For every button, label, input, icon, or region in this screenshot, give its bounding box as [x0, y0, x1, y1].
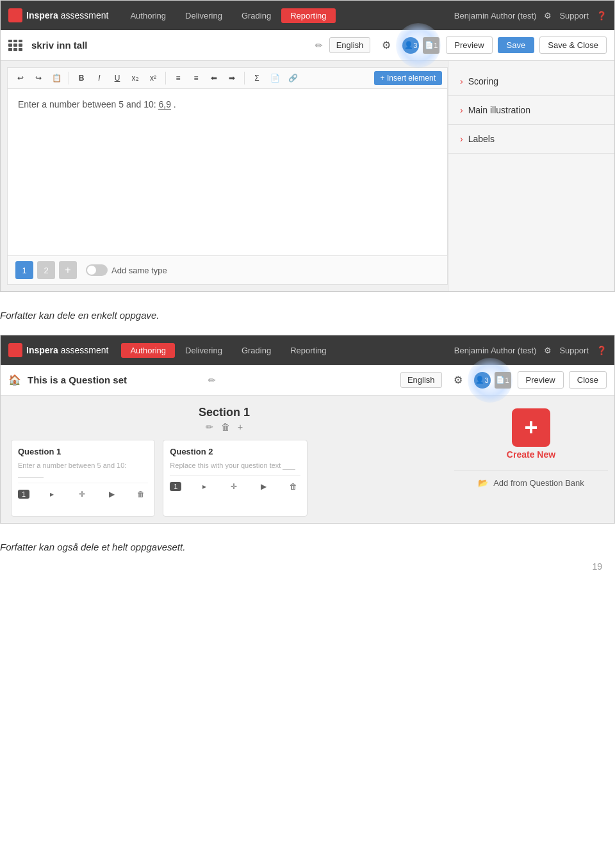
ordered-list-btn[interactable]: ≡ — [188, 70, 204, 86]
page-tabs-1: 1 2 + Add same type — [8, 255, 447, 284]
underline-btn[interactable]: U — [110, 70, 125, 86]
insert-element-btn[interactable]: + Insert element — [374, 71, 442, 85]
user-label-1: Benjamin Author (test) — [454, 11, 537, 20]
chevron-icon-labels: › — [460, 134, 463, 144]
editor-body-1[interactable]: Enter a number between 5 and 10: 6,9 . — [8, 89, 447, 255]
person-icon-1: 👤 — [404, 41, 413, 49]
scoring-item[interactable]: › Scoring — [448, 67, 614, 96]
question-2-title: Question 2 — [170, 447, 300, 456]
q1-play-icon[interactable]: ▶ — [104, 487, 119, 501]
bank-icon: 📂 — [478, 478, 488, 488]
doc-badge-1: 📄 1 — [423, 37, 439, 54]
question-1-input[interactable] — [18, 469, 44, 478]
language-selector-2[interactable]: English — [400, 372, 442, 388]
doc-icon-1: 📄 — [425, 41, 434, 49]
collab-wrapper-1: 👤 3 📄 1 — [402, 37, 439, 54]
nav-grading-2[interactable]: Grading — [233, 343, 280, 358]
settings-btn-1[interactable]: ⚙ — [377, 36, 396, 55]
nav-reporting-2[interactable]: Reporting — [281, 343, 335, 358]
save-close-btn-1[interactable]: Save & Close — [539, 36, 607, 54]
nav-delivering-2[interactable]: Delivering — [176, 343, 231, 358]
bold-btn[interactable]: B — [74, 70, 89, 86]
create-new-btn[interactable]: + Create New — [507, 408, 555, 460]
redo-btn[interactable]: ↪ — [31, 70, 46, 86]
edit-title-icon-1[interactable]: ✏ — [315, 40, 323, 51]
undo-btn[interactable]: ↩ — [13, 70, 28, 86]
edit-title-icon-2[interactable]: ✏ — [208, 375, 216, 385]
add-same-type: Add same type — [86, 264, 167, 276]
create-new-plus-icon[interactable]: + — [512, 408, 550, 447]
separator-2 — [165, 72, 166, 84]
language-selector-1[interactable]: English — [329, 37, 371, 53]
logo-text: Inspera assessment — [26, 10, 108, 20]
save-btn-1[interactable]: Save — [498, 37, 535, 53]
support-label-1[interactable]: Support — [559, 11, 589, 20]
support-label-2[interactable]: Support — [559, 346, 589, 355]
section-title: Section 1 — [1, 396, 448, 422]
screenshot-1: Inspera assessment Authoring Delivering … — [0, 0, 615, 292]
document-btn[interactable]: 📄 — [267, 70, 283, 86]
doc-icon-2: 📄 — [496, 376, 505, 384]
q1-delete-icon[interactable]: 🗑 — [134, 487, 148, 501]
toolbar-right-2: Preview Close — [518, 371, 607, 389]
section-add-icon[interactable]: + — [238, 422, 243, 432]
superscript-btn[interactable]: x² — [145, 70, 161, 86]
breadcrumb-icon-1 — [8, 40, 22, 51]
close-btn-2[interactable]: Close — [569, 371, 607, 389]
question-2-input[interactable] — [283, 462, 295, 470]
page-tab-add[interactable]: + — [59, 261, 77, 279]
page-tab-1[interactable]: 1 — [15, 261, 33, 279]
gear-icon-2[interactable]: ⚙ — [544, 346, 552, 355]
gear-icon-1[interactable]: ⚙ — [544, 11, 552, 20]
indent-left-btn[interactable]: ⬅ — [206, 70, 222, 86]
editor-toolbar-1: ↩ ↪ 📋 B I U x₂ x² ≡ ≡ ⬅ ➡ Σ 📄 🔗 + Insert… — [8, 68, 447, 89]
nav-delivering-1[interactable]: Delivering — [176, 8, 231, 23]
nav-authoring-1[interactable]: Authoring — [121, 8, 175, 23]
content-area-2: Section 1 ✏ 🗑 + Question 1 Enter a numbe… — [1, 396, 614, 523]
section-delete-icon[interactable]: 🗑 — [221, 422, 230, 432]
q1-move-icon[interactable]: ✛ — [75, 487, 89, 501]
editor-content-1: Enter a number between 5 and 10: — [18, 99, 156, 109]
q2-delete-icon[interactable]: 🗑 — [286, 479, 300, 494]
chevron-icon-illustration: › — [460, 105, 463, 115]
logo-icon-2 — [8, 343, 22, 357]
question-2-footer: 1 ▸ ✛ ▶ 🗑 — [170, 475, 300, 494]
subscript-btn[interactable]: x₂ — [127, 70, 143, 86]
italic-btn[interactable]: I — [92, 70, 107, 86]
doc-badge-2: 📄 1 — [495, 372, 511, 389]
section-edit-icon[interactable]: ✏ — [206, 422, 213, 432]
help-icon-2[interactable]: ❓ — [596, 346, 607, 355]
question-card-1: Question 1 Enter a number between 5 and … — [11, 440, 155, 517]
q2-page-badge: 1 — [170, 482, 181, 491]
page-tab-2[interactable]: 2 — [37, 261, 55, 279]
preview-btn-2[interactable]: Preview — [518, 371, 564, 389]
logo-text-2: Inspera assessment — [26, 345, 108, 355]
questions-row: Question 1 Enter a number between 5 and … — [1, 440, 448, 523]
item-title-2: This is a Question set — [28, 374, 199, 385]
settings-btn-2[interactable]: ⚙ — [448, 371, 468, 390]
q2-more-icon[interactable]: ▸ — [197, 479, 211, 494]
nav-reporting-1[interactable]: Reporting — [281, 8, 335, 23]
q1-more-icon[interactable]: ▸ — [45, 487, 59, 501]
link-btn[interactable]: 🔗 — [285, 70, 300, 86]
nav-grading-1[interactable]: Grading — [233, 8, 280, 23]
separator-1 — [69, 72, 69, 84]
preview-btn-1[interactable]: Preview — [446, 36, 492, 54]
formula-btn[interactable]: Σ — [249, 70, 265, 86]
add-from-bank-btn[interactable]: 📂 Add from Question Bank — [454, 470, 608, 488]
q2-play-icon[interactable]: ▶ — [256, 479, 270, 494]
section-icons: ✏ 🗑 + — [1, 422, 448, 432]
clipboard-btn[interactable]: 📋 — [49, 70, 64, 86]
indent-right-btn[interactable]: ➡ — [224, 70, 240, 86]
question-1-body: Enter a number between 5 and 10: — [18, 462, 148, 478]
collab-badge-1: 👤 3 — [402, 37, 419, 54]
nav-authoring-2[interactable]: Authoring — [121, 343, 175, 358]
list-btn[interactable]: ≡ — [170, 70, 186, 86]
q2-move-icon[interactable]: ✛ — [227, 479, 241, 494]
add-same-toggle[interactable] — [86, 264, 108, 276]
main-illustration-item[interactable]: › Main illustration — [448, 96, 614, 125]
labels-item[interactable]: › Labels — [448, 125, 614, 154]
editor-input-demo[interactable]: 6,9 — [158, 99, 170, 110]
help-icon-1[interactable]: ❓ — [596, 11, 607, 20]
home-icon: 🏠 — [8, 374, 21, 386]
